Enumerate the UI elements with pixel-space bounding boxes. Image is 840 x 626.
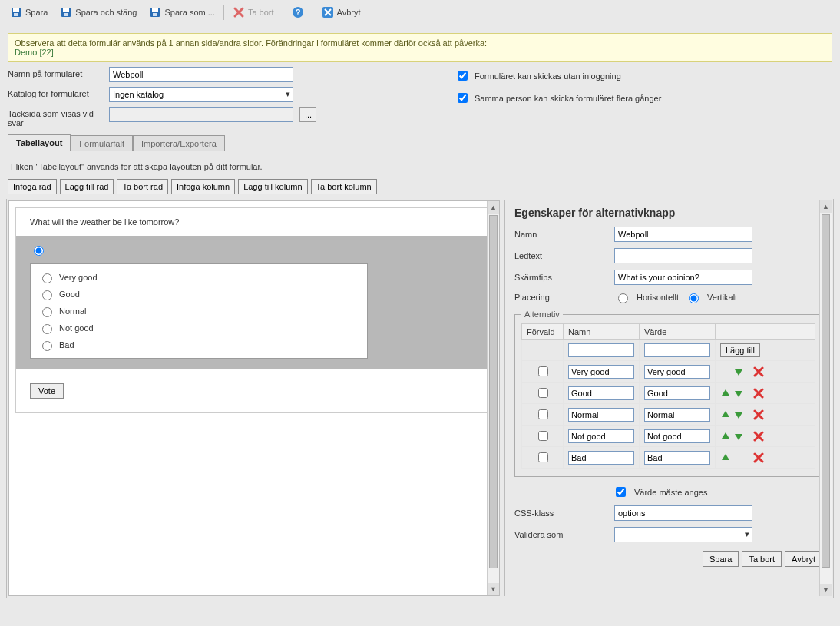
- anon-label: Formuläret kan skickas utan inloggning: [475, 71, 621, 81]
- move-up-icon[interactable]: [720, 409, 731, 420]
- svg-rect-1: [13, 8, 19, 12]
- validate-select[interactable]: [614, 527, 752, 542]
- delete-row-icon[interactable]: [753, 388, 764, 399]
- delete-col-button[interactable]: Ta bort kolumn: [311, 179, 377, 194]
- form-name-input[interactable]: [109, 67, 293, 82]
- props-cancel-button[interactable]: Avbryt: [785, 551, 822, 567]
- new-name-input[interactable]: [568, 343, 634, 357]
- preview-scrollbar[interactable]: ▲ ▼: [487, 201, 499, 595]
- delete-row-icon[interactable]: [753, 409, 764, 420]
- option-radio[interactable]: [42, 273, 52, 283]
- scroll-up-icon[interactable]: ▲: [820, 200, 832, 213]
- row-name-input[interactable]: [568, 386, 634, 400]
- prop-caption-input[interactable]: [614, 248, 752, 263]
- options-box: Very good Good Normal Not good Bad: [30, 263, 368, 359]
- field-selector-radio[interactable]: [34, 246, 44, 256]
- scroll-down-icon[interactable]: ▼: [488, 583, 499, 595]
- prop-name-input[interactable]: [614, 227, 752, 242]
- option-row[interactable]: Very good: [38, 269, 359, 286]
- delete-row-icon[interactable]: [753, 452, 764, 463]
- option-radio[interactable]: [42, 307, 52, 317]
- row-name-input[interactable]: [568, 429, 634, 443]
- move-up-icon[interactable]: [720, 388, 731, 399]
- save-close-button[interactable]: Spara och stäng: [55, 3, 142, 22]
- form-settings: Namn på formuläret Katalog för formuläre…: [0, 67, 840, 134]
- move-up-icon[interactable]: [720, 452, 731, 463]
- scroll-thumb[interactable]: [822, 214, 830, 568]
- row-name-input[interactable]: [568, 365, 634, 379]
- tab-layout[interactable]: Tabellayout: [8, 134, 71, 151]
- row-value-input[interactable]: [644, 429, 710, 443]
- option-radio[interactable]: [42, 341, 52, 351]
- default-checkbox[interactable]: [538, 409, 548, 419]
- row-name-input[interactable]: [568, 408, 634, 422]
- option-row[interactable]: Not good: [38, 320, 359, 336]
- row-name-input[interactable]: [568, 451, 634, 465]
- option-row[interactable]: Good: [38, 286, 359, 303]
- new-value-input[interactable]: [644, 343, 710, 357]
- tab-import-export[interactable]: Importera/Exportera: [133, 135, 225, 151]
- scroll-down-icon[interactable]: ▼: [820, 584, 832, 596]
- anon-checkbox[interactable]: [458, 71, 468, 81]
- insert-col-button[interactable]: Infoga kolumn: [171, 179, 235, 194]
- props-delete-button[interactable]: Ta bort: [742, 551, 782, 567]
- default-checkbox[interactable]: [538, 366, 548, 376]
- save-as-button[interactable]: Spara som ...: [144, 3, 220, 22]
- option-label: Not good: [59, 323, 94, 333]
- tab-fields[interactable]: Formulärfält: [71, 135, 133, 151]
- preview-question[interactable]: What will the weather be like tomorrow?: [16, 208, 492, 236]
- move-down-icon[interactable]: [733, 388, 744, 399]
- browse-button[interactable]: ...: [299, 107, 316, 122]
- placement-h-radio[interactable]: [618, 293, 628, 303]
- delete-row-icon[interactable]: [753, 431, 764, 442]
- properties-scrollbar[interactable]: ▲ ▼: [819, 200, 832, 596]
- add-option-button[interactable]: Lägg till: [720, 343, 760, 357]
- move-up-icon[interactable]: [720, 431, 731, 442]
- default-checkbox[interactable]: [538, 431, 548, 441]
- move-down-icon[interactable]: [733, 431, 744, 442]
- placement-v-radio[interactable]: [689, 293, 699, 303]
- svg-rect-2: [14, 13, 18, 16]
- row-value-input[interactable]: [644, 365, 710, 379]
- scroll-thumb[interactable]: [489, 215, 498, 568]
- multi-checkbox[interactable]: [458, 93, 468, 103]
- option-row: [522, 404, 815, 426]
- row-value-input[interactable]: [644, 451, 710, 465]
- default-checkbox[interactable]: [538, 452, 548, 462]
- default-checkbox[interactable]: [538, 388, 548, 398]
- option-label: Good: [59, 290, 80, 299]
- scroll-up-icon[interactable]: ▲: [488, 201, 499, 214]
- delete-row-icon[interactable]: [753, 366, 764, 377]
- cancel-button[interactable]: Avbryt: [316, 3, 366, 22]
- option-label: Bad: [59, 340, 74, 349]
- preview-pane: What will the weather be like tomorrow? …: [8, 200, 500, 596]
- preview-field-selected[interactable]: Very good Good Normal Not good Bad: [16, 236, 492, 369]
- thanks-input[interactable]: [109, 107, 293, 122]
- required-checkbox[interactable]: [616, 487, 626, 497]
- add-row-button[interactable]: Lägg till rad: [60, 179, 114, 194]
- add-col-button[interactable]: Lägg till kolumn: [238, 179, 307, 194]
- notice-link[interactable]: Demo [22]: [15, 48, 54, 57]
- option-radio[interactable]: [42, 324, 52, 334]
- option-radio[interactable]: [42, 290, 52, 300]
- props-save-button[interactable]: Spara: [703, 551, 739, 567]
- tab-content: Fliken "Tabellayout" används för att ska…: [0, 151, 840, 606]
- col-name: Namn: [564, 324, 640, 340]
- css-input[interactable]: [614, 505, 752, 521]
- cancel-label: Avbryt: [337, 8, 361, 17]
- insert-row-button[interactable]: Infoga rad: [8, 179, 57, 194]
- option-label: Very good: [59, 273, 98, 282]
- help-button[interactable]: ?: [286, 3, 309, 22]
- move-down-icon[interactable]: [733, 409, 744, 420]
- move-down-icon[interactable]: [733, 366, 744, 377]
- row-value-input[interactable]: [644, 386, 710, 400]
- option-row[interactable]: Bad: [38, 336, 359, 353]
- vote-button[interactable]: Vote: [30, 383, 64, 399]
- prop-tooltip-input[interactable]: [614, 270, 752, 285]
- row-value-input[interactable]: [644, 408, 710, 422]
- delete-row-button[interactable]: Ta bort rad: [117, 179, 168, 194]
- option-row: [522, 426, 815, 447]
- option-row[interactable]: Normal: [38, 303, 359, 320]
- save-button[interactable]: Spara: [5, 3, 53, 22]
- catalog-select[interactable]: [109, 87, 293, 102]
